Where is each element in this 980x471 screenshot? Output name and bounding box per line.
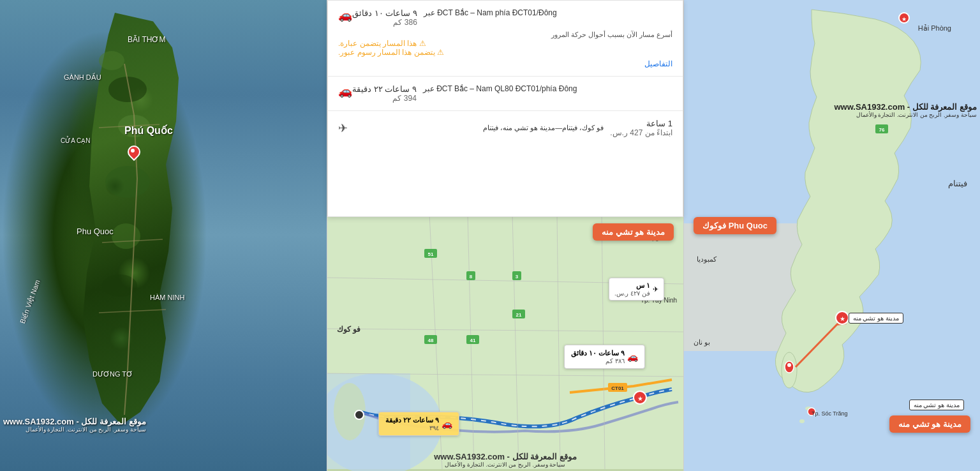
svg-text:★: ★ [902,16,907,22]
svg-line-8 [602,214,605,469]
svg-rect-19 [512,271,521,280]
route-box-flight: ✈ ١ س فن ٤٢٧ ر.س. [609,278,664,301]
route-box-car: 🚗 ٩ ساعات ١٠ دقائق ٣٨٦ كم [564,345,645,369]
flight-price: ابتداءً من 427 ر.س. [610,128,672,137]
flight-time: 1 ساعة [610,119,672,128]
badge-hcm-bottom-right: مدينة هو تشي منه [889,415,970,433]
svg-rect-15 [424,249,437,258]
black-label-hcm-1: مدينة هو تشي منه [849,313,903,324]
car-icon-2: 🚗 [338,84,352,98]
label-soc-trang-right: Tp. Sóc Trăng [812,410,848,417]
black-label-hcm-2: مدينة هو تشي منه [909,400,964,410]
route-1-warning: أسرع مسار الآن بسبب أحوال حركة المرور ⚠ … [338,31,672,68]
svg-point-38 [899,13,909,23]
pin-phu-quoc [128,146,138,160]
route-option-1: 🚗 ٩ ساعات ١٠ دقائق 386 كم عبر ĐCT Bắc – … [328,1,683,77]
svg-rect-17 [466,271,475,280]
flight-option: 1 ساعة ابتداءً من 427 ر.س. فو كوك، فيتنا… [328,111,683,145]
route-2-time: ٩ ساعات ٢٢ دقيقة [352,84,417,94]
svg-point-3 [334,383,366,440]
label-vietnam-right: فيتنام [948,179,967,188]
svg-text:41: 41 [470,338,476,343]
svg-text:51: 51 [428,251,434,257]
route-2-time-info: ٩ ساعات ٢٢ دقيقة 394 كم [352,84,417,103]
svg-point-12 [634,391,646,404]
badge-phuquoc-right: Phu Quoc فوكوك [694,217,776,234]
route-box-car-2: 🚗 ٩ ساعات ٢٢ دقيقة ٣٩٤ [378,412,459,436]
svg-line-6 [512,214,519,469]
svg-marker-35 [837,319,847,325]
svg-point-31 [782,352,797,388]
left-panel: BÃI THƠM GÀNH DẦU Phú Quốc CỬA CẠN Phu Q… [0,0,327,471]
route-1-distance: 386 كم [352,18,417,27]
route-1-via: عبر ĐCT Bắc – Nam phía ĐCT01/Đông [424,8,666,17]
right-panel: 76 ★ ★ Hải Phòng فيتنام كمبوديا Tp. Sóc … [684,0,980,471]
svg-rect-30 [684,223,812,351]
svg-point-33 [799,419,805,423]
svg-rect-36 [875,124,888,133]
svg-text:21: 21 [516,312,522,318]
middle-map-bg: ★ 51 8 3 48 41 21 CT01 بن [327,214,683,471]
svg-line-5 [468,214,474,469]
svg-rect-25 [512,310,525,318]
warning-toll: ⚠ يتضمن هذا المسار رسوم عبور. [338,48,444,57]
svg-point-43 [787,363,791,367]
svg-rect-21 [424,335,437,344]
svg-text:CT01: CT01 [611,385,624,391]
svg-text:3: 3 [516,274,519,280]
middle-panel: 🚗 ٩ ساعات ١٠ دقائق 386 كم عبر ĐCT Bắc – … [327,0,684,471]
plane-icon: ✈ [338,121,348,135]
svg-text:48: 48 [428,338,434,343]
label-bou-nan-right: بو نان [694,338,710,347]
right-watermark: موقع المعرفة للكل - www.SA1932.com سياحة… [834,102,977,118]
middle-watermark: موقع المعرفة للكل - www.SA1932.com سياحة… [330,452,680,468]
svg-line-11 [327,373,683,377]
warning-ferry: ⚠ هذا المسار يتضمن عبارة. [338,39,426,48]
car-icon-1: 🚗 [338,8,352,22]
left-watermark: موقع المعرفة للكل - www.SA1932.com سياحة… [3,417,146,433]
route-1-time-info: ٩ ساعات ١٠ دقائق 386 كم [352,8,417,27]
flight-time-info: 1 ساعة ابتداءً من 427 ر.س. [610,119,672,137]
label-cambodia-right: كمبوديا [697,255,716,264]
svg-point-14 [355,410,364,419]
svg-line-7 [557,214,560,469]
svg-point-40 [836,311,849,324]
svg-line-34 [796,319,842,367]
badge-ho-chi-minh-middle: مدينة هو تشي منه [593,223,674,241]
svg-text:★: ★ [840,315,845,322]
label-hai-phong-right: Hải Phòng [918,24,951,33]
svg-text:★: ★ [637,395,643,402]
svg-text:76: 76 [879,127,885,133]
svg-point-42 [785,361,794,373]
route-panel: 🚗 ٩ ساعات ١٠ دقائق 386 كم عبر ĐCT Bắc – … [327,0,683,217]
flight-route: فو كوك، فيتنام—مدينة هو تشي منه، فيتنام [354,124,604,132]
svg-rect-27 [608,383,627,392]
route-2-via: عبر ĐCT Bắc – Nam QL80 ĐCT01/phía Đông [423,84,666,93]
route-2-distance: 394 كم [352,94,417,103]
route-1-time: ٩ ساعات ١٠ دقائق [352,8,417,18]
svg-text:8: 8 [470,274,473,280]
details-link[interactable]: التفاصيل [338,59,672,68]
middle-map: ★ 51 8 3 48 41 21 CT01 بن [327,214,683,471]
svg-point-32 [805,407,812,410]
right-map-bg: 76 ★ ★ Hải Phòng فيتنام كمبوديا Tp. Sóc … [684,0,980,471]
svg-rect-23 [466,335,479,344]
route-option-2: 🚗 ٩ ساعات ٢٢ دقيقة 394 كم عبر ĐCT Bắc – … [328,77,683,111]
label-fo-kok: فو كوك [337,325,360,334]
svg-line-10 [327,329,683,332]
